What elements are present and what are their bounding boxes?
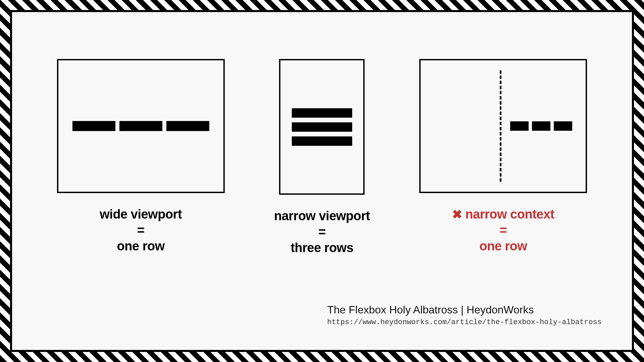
caption-line1: wide viewport <box>100 206 182 223</box>
caption-line3: one row <box>452 238 554 254</box>
caption-narrow: narrow viewport = three rows <box>274 208 370 256</box>
viewport-box-wide <box>57 59 225 193</box>
layout-block <box>72 121 115 131</box>
slide: wide viewport = one row narrow viewport … <box>0 0 644 362</box>
layout-block <box>292 136 352 146</box>
viewport-box-narrow <box>279 59 365 195</box>
x-icon: ✖ <box>452 207 462 222</box>
layout-block <box>554 121 572 131</box>
caption-context: ✖narrow context = one row <box>452 206 554 254</box>
context-divider <box>500 70 501 182</box>
caption-line1: ✖narrow context <box>452 206 554 223</box>
layout-block <box>510 121 529 131</box>
column-blocks <box>292 108 352 146</box>
panel-narrow-viewport: narrow viewport = three rows <box>274 59 370 256</box>
panel-wide-viewport: wide viewport = one row <box>57 59 225 256</box>
caption-equals: = <box>452 223 554 239</box>
layout-block <box>532 121 550 131</box>
layout-block <box>292 122 352 132</box>
attribution: The Flexbox Holy Albatross | HeydonWorks… <box>327 304 602 326</box>
caption-wide: wide viewport = one row <box>100 206 182 254</box>
layout-block <box>166 121 209 131</box>
viewport-box-context <box>419 59 587 193</box>
caption-equals: = <box>274 224 370 240</box>
layout-block <box>119 121 162 131</box>
row-blocks <box>72 121 209 131</box>
caption-line3: three rows <box>274 240 370 256</box>
attribution-title: The Flexbox Holy Albatross | HeydonWorks <box>327 304 602 316</box>
caption-line1-text: narrow context <box>465 207 554 221</box>
slide-content: wide viewport = one row narrow viewport … <box>10 10 634 352</box>
panel-narrow-context: ✖narrow context = one row <box>419 59 587 256</box>
diagram-panels: wide viewport = one row narrow viewport … <box>12 59 632 256</box>
layout-block <box>292 108 352 118</box>
caption-line1: narrow viewport <box>274 208 370 224</box>
attribution-url: https://www.heydonworks.com/article/the-… <box>327 318 602 326</box>
caption-line3: one row <box>100 238 182 254</box>
context-blocks <box>510 121 572 131</box>
caption-equals: = <box>100 223 182 239</box>
